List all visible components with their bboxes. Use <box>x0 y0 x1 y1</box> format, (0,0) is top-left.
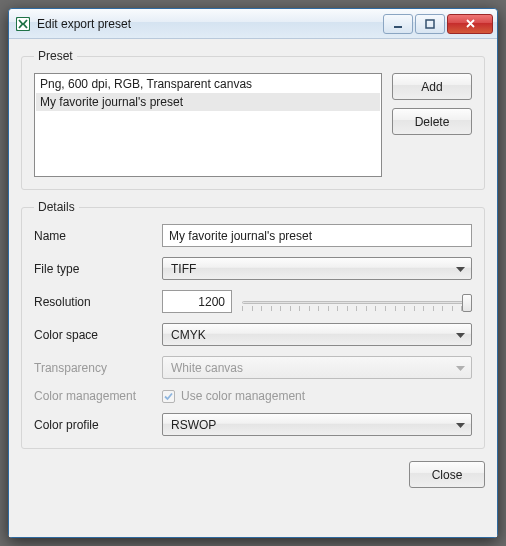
chevron-down-icon <box>456 328 465 342</box>
client-area: Preset Png, 600 dpi, RGB, Transparent ca… <box>9 39 497 537</box>
transparency-label: Transparency <box>34 361 154 375</box>
chevron-down-icon <box>456 418 465 432</box>
slider-ticks <box>242 306 472 312</box>
color-space-select[interactable]: CMYK <box>162 323 472 346</box>
delete-button[interactable]: Delete <box>392 108 472 135</box>
chevron-down-icon <box>456 262 465 276</box>
window-buttons <box>383 14 493 34</box>
svg-rect-3 <box>426 20 434 28</box>
app-icon <box>15 16 31 32</box>
add-button[interactable]: Add <box>392 73 472 100</box>
slider-thumb[interactable] <box>462 294 472 312</box>
color-space-label: Color space <box>34 328 154 342</box>
color-management-label: Color management <box>34 389 154 403</box>
file-type-select[interactable]: TIFF <box>162 257 472 280</box>
window-title: Edit export preset <box>37 17 383 31</box>
titlebar: Edit export preset <box>9 9 497 39</box>
resolution-slider[interactable] <box>242 292 472 312</box>
close-button[interactable]: Close <box>409 461 485 488</box>
chevron-down-icon <box>456 361 465 375</box>
footer: Close <box>21 459 485 488</box>
close-window-button[interactable] <box>447 14 493 34</box>
color-profile-value: RSWOP <box>171 418 216 432</box>
slider-track <box>242 301 472 304</box>
resolution-label: Resolution <box>34 295 154 309</box>
name-label: Name <box>34 229 154 243</box>
dialog-window: Edit export preset Preset Png, 600 dpi, … <box>8 8 498 538</box>
preset-list[interactable]: Png, 600 dpi, RGB, Transparent canvasMy … <box>34 73 382 177</box>
preset-list-item[interactable]: My favorite journal's preset <box>36 93 380 111</box>
preset-group: Preset Png, 600 dpi, RGB, Transparent ca… <box>21 49 485 190</box>
minimize-button[interactable] <box>383 14 413 34</box>
preset-list-item[interactable]: Png, 600 dpi, RGB, Transparent canvas <box>36 75 380 93</box>
file-type-label: File type <box>34 262 154 276</box>
color-management-checkbox <box>162 390 175 403</box>
color-management-row: Use color management <box>162 389 472 403</box>
svg-rect-2 <box>394 26 402 28</box>
transparency-select: White canvas <box>162 356 472 379</box>
resolution-input[interactable] <box>162 290 232 313</box>
color-management-checkbox-label: Use color management <box>181 389 305 403</box>
details-legend: Details <box>34 200 79 214</box>
file-type-value: TIFF <box>171 262 196 276</box>
color-space-value: CMYK <box>171 328 206 342</box>
transparency-value: White canvas <box>171 361 243 375</box>
details-group: Details Name File type TIFF Resolution <box>21 200 485 449</box>
name-input[interactable] <box>162 224 472 247</box>
color-profile-label: Color profile <box>34 418 154 432</box>
maximize-button[interactable] <box>415 14 445 34</box>
preset-legend: Preset <box>34 49 77 63</box>
color-profile-select[interactable]: RSWOP <box>162 413 472 436</box>
